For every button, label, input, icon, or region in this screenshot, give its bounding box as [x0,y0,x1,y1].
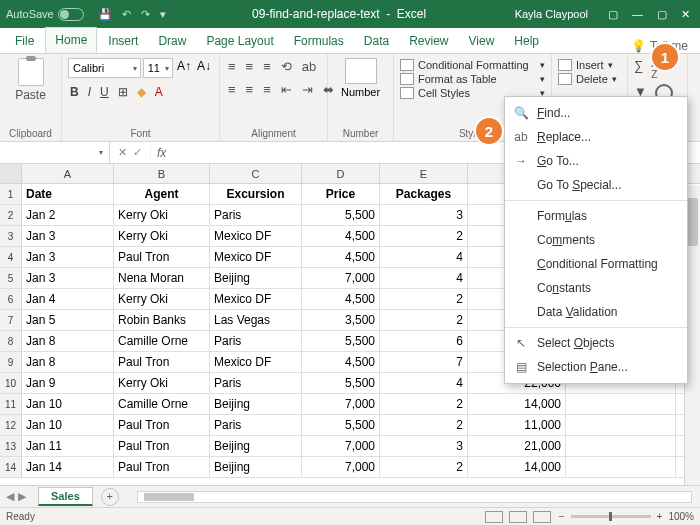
cell[interactable]: 4,500 [302,226,380,246]
cell[interactable]: Las Vegas [210,310,302,330]
cell[interactable]: Jan 4 [22,289,114,309]
indent-inc-icon[interactable]: ⇥ [300,81,315,98]
cell[interactable]: Beijing [210,457,302,477]
cell[interactable]: Kerry Oki [114,373,210,393]
cell[interactable]: Kerry Oki [114,205,210,225]
align-right-icon[interactable]: ≡ [261,81,273,98]
wrap-text-icon[interactable]: ab [300,58,318,75]
scroll-thumb[interactable] [144,493,194,501]
cell[interactable]: Jan 3 [22,226,114,246]
cell[interactable]: 11,000 [468,415,566,435]
align-bottom-icon[interactable]: ≡ [261,58,273,75]
zoom-level[interactable]: 100% [668,511,694,522]
minimize-icon[interactable]: — [632,8,643,21]
cell[interactable]: 6 [380,331,468,351]
redo-icon[interactable]: ↷ [141,8,150,21]
col-header[interactable]: B [114,164,210,183]
page-layout-view-button[interactable] [509,511,527,523]
tab-draw[interactable]: Draw [149,29,195,53]
cell[interactable]: 7,000 [302,268,380,288]
cell[interactable]: Paris [210,415,302,435]
cell[interactable]: Paul Tron [114,352,210,372]
cell[interactable]: Packages [380,184,468,204]
undo-icon[interactable]: ↶ [122,8,131,21]
autosave-toggle[interactable]: AutoSave [0,8,90,21]
cell[interactable]: Jan 5 [22,310,114,330]
scroll-thumb[interactable] [687,198,698,246]
underline-button[interactable]: U [98,84,111,100]
cell[interactable]: 14,000 [468,457,566,477]
font-color-button[interactable]: A [153,84,165,100]
save-icon[interactable]: 💾 [98,8,112,21]
tab-insert[interactable]: Insert [99,29,147,53]
align-left-icon[interactable]: ≡ [226,81,238,98]
cell[interactable]: 3 [380,205,468,225]
cell[interactable]: Mexico DF [210,247,302,267]
tab-data[interactable]: Data [355,29,398,53]
row-header[interactable]: 9 [0,352,22,372]
cell[interactable]: Jan 10 [22,394,114,414]
row-header[interactable]: 11 [0,394,22,414]
row-header[interactable]: 4 [0,247,22,267]
cell[interactable]: 5,500 [302,331,380,351]
cell[interactable]: 3,500 [302,310,380,330]
row-header[interactable]: 14 [0,457,22,477]
row-header[interactable]: 10 [0,373,22,393]
cell[interactable]: 4,500 [302,247,380,267]
cell[interactable]: Jan 14 [22,457,114,477]
cell[interactable]: 2 [380,310,468,330]
cell[interactable]: 7,000 [302,457,380,477]
cell[interactable]: Paul Tron [114,457,210,477]
cell[interactable]: Paul Tron [114,247,210,267]
cell[interactable]: 4 [380,373,468,393]
menu-goto-special[interactable]: Go To Special... [505,173,687,197]
cell[interactable]: Paris [210,205,302,225]
cell[interactable]: Mexico DF [210,226,302,246]
cell[interactable]: 2 [380,457,468,477]
shrink-font-icon[interactable]: A↓ [195,58,213,78]
toggle-off-icon[interactable] [58,8,84,21]
cell[interactable]: 4,500 [302,352,380,372]
menu-constants[interactable]: Constants [505,276,687,300]
cell[interactable]: Beijing [210,394,302,414]
cell[interactable]: Kerry Oki [114,289,210,309]
select-all-corner[interactable] [0,164,22,183]
bold-button[interactable]: B [68,84,81,100]
cell[interactable]: Price [302,184,380,204]
cell[interactable]: Beijing [210,268,302,288]
cell[interactable]: Jan 10 [22,415,114,435]
col-header[interactable]: A [22,164,114,183]
cell[interactable]: 5,500 [302,373,380,393]
format-as-table-button[interactable]: Format as Table▾ [400,72,545,86]
zoom-control[interactable]: − + 100% [559,511,694,522]
row-header[interactable]: 1 [0,184,22,204]
cell[interactable]: 4 [380,247,468,267]
cell[interactable]: Kerry Oki [114,226,210,246]
cell[interactable]: Camille Orne [114,394,210,414]
italic-button[interactable]: I [86,84,93,100]
indent-dec-icon[interactable]: ⇤ [279,81,294,98]
tab-review[interactable]: Review [400,29,457,53]
sheet-prev-icon[interactable]: ◀ [6,490,14,503]
cell[interactable]: Excursion [210,184,302,204]
col-header[interactable]: C [210,164,302,183]
cell[interactable]: Beijing [210,436,302,456]
col-header[interactable]: D [302,164,380,183]
delete-cells-button[interactable]: Delete▾ [558,72,621,86]
cancel-formula-icon[interactable]: ✕ [118,146,127,159]
menu-find[interactable]: 🔍Find... [505,101,687,125]
tab-help[interactable]: Help [505,29,548,53]
cell[interactable]: 7 [380,352,468,372]
fill-color-button[interactable]: ◆ [135,84,148,100]
cell[interactable]: Agent [114,184,210,204]
menu-formulas[interactable]: Formulas [505,204,687,228]
cell[interactable]: Jan 2 [22,205,114,225]
conditional-formatting-button[interactable]: Conditional Formatting▾ [400,58,545,72]
sheet-next-icon[interactable]: ▶ [18,490,26,503]
cell[interactable]: Date [22,184,114,204]
row-header[interactable]: 6 [0,289,22,309]
cell[interactable]: Jan 3 [22,268,114,288]
cell[interactable]: 5,500 [302,415,380,435]
add-sheet-button[interactable]: + [101,488,119,506]
qat-more-icon[interactable]: ▾ [160,8,166,21]
